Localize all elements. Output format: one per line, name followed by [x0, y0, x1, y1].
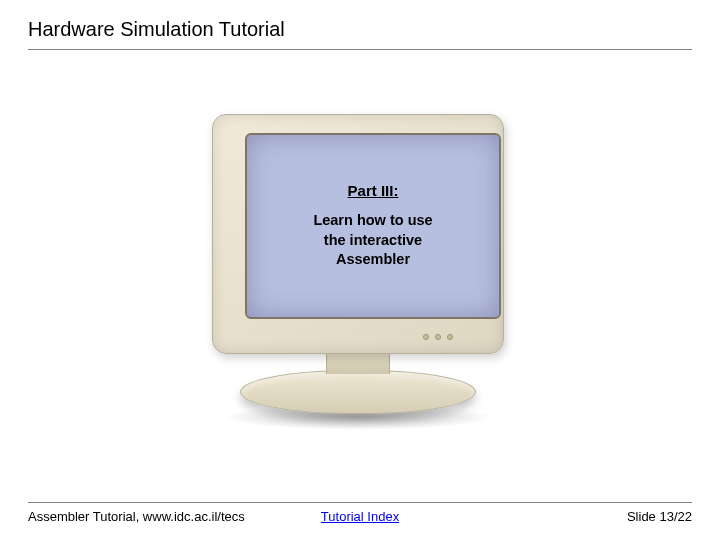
- control-knob-icon: [447, 334, 453, 340]
- monitor-bezel: Part III: Learn how to use the interacti…: [212, 114, 504, 354]
- part-label: Part III:: [348, 182, 399, 199]
- monitor-controls: [423, 331, 493, 343]
- control-knob-icon: [423, 334, 429, 340]
- monitor-screen: Part III: Learn how to use the interacti…: [245, 133, 501, 319]
- screen-line-1: Learn how to use: [313, 211, 432, 231]
- control-knob-icon: [435, 334, 441, 340]
- screen-line-3: Assembler: [313, 250, 432, 270]
- page-title: Hardware Simulation Tutorial: [28, 18, 692, 47]
- footer-row: Assembler Tutorial, www.idc.ac.il/tecs T…: [28, 509, 692, 524]
- title-divider: [28, 49, 692, 50]
- tutorial-index-link[interactable]: Tutorial Index: [321, 509, 399, 524]
- screen-body: Learn how to use the interactive Assembl…: [313, 211, 432, 270]
- header: Hardware Simulation Tutorial: [0, 0, 720, 56]
- crt-monitor-illustration: Part III: Learn how to use the interacti…: [198, 114, 518, 434]
- slide-counter: Slide 13/22: [627, 509, 692, 524]
- footer: Assembler Tutorial, www.idc.ac.il/tecs T…: [28, 502, 692, 524]
- screen-line-2: the interactive: [313, 231, 432, 251]
- footer-left-text: Assembler Tutorial, www.idc.ac.il/tecs: [28, 509, 245, 524]
- content-area: Part III: Learn how to use the interacti…: [0, 56, 720, 476]
- footer-divider: [28, 502, 692, 503]
- monitor-base: [240, 370, 476, 414]
